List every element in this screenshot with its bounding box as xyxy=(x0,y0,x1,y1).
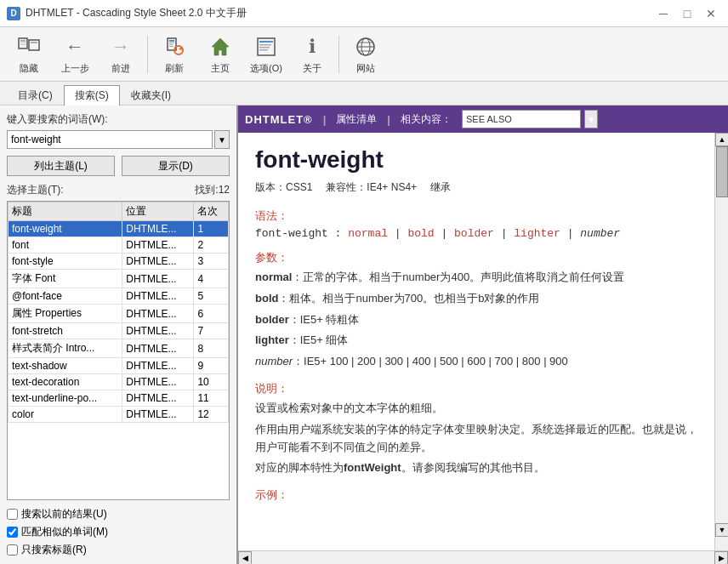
about-button[interactable]: ℹ 关于 xyxy=(290,31,334,77)
back-icon: ← xyxy=(61,33,88,60)
results-table: 标题 位置 名次 font-weightDHTMLE...1fontDHTMLE… xyxy=(7,201,230,500)
search-input[interactable] xyxy=(7,130,213,149)
forward-icon: → xyxy=(107,33,134,60)
table-row[interactable]: 样式表简介 Intro...DHTMLE...8 xyxy=(9,339,229,358)
table-row[interactable]: fontDHTMLE...2 xyxy=(9,237,229,254)
forward-button[interactable]: → 前进 xyxy=(99,31,143,77)
checkbox-prev-input[interactable] xyxy=(7,509,18,520)
col-title: 标题 xyxy=(9,202,122,221)
vertical-scrollbar: ▲ ▼ xyxy=(714,133,728,550)
refresh-button[interactable]: 刷新 xyxy=(152,31,196,77)
related-input[interactable] xyxy=(462,110,581,128)
action-buttons: 列出主题(L) 显示(D) xyxy=(7,156,230,176)
syntax-code: font-weight : normal | bold | bolder | l… xyxy=(255,227,697,240)
related-dropdown-button[interactable]: ▼ xyxy=(584,110,598,128)
toolbar-separator-1 xyxy=(147,36,148,73)
param-bold: bold：粗体。相当于number为700。也相当于b对象的作用 xyxy=(255,290,697,308)
kw-bold: bold xyxy=(407,227,434,240)
checkbox-title-only[interactable]: 只搜索标题(R) xyxy=(7,543,230,557)
close-button[interactable]: ✕ xyxy=(701,5,721,22)
scrollbar-down-button[interactable]: ▼ xyxy=(715,523,728,537)
search-checkboxes: 搜索以前的结果(U) 匹配相似的单词(M) 只搜索标题(R) xyxy=(7,507,230,557)
list-topics-button[interactable]: 列出主题(L) xyxy=(7,156,115,176)
h-scroll-right-button[interactable]: ▶ xyxy=(714,551,728,565)
svg-rect-9 xyxy=(169,44,173,45)
table-row[interactable]: font-stretchDHTMLE...7 xyxy=(9,323,229,339)
svg-rect-7 xyxy=(169,40,174,42)
search-keyword-label: 键入要搜索的词语(W): xyxy=(7,112,230,127)
table-row[interactable]: text-shadowDHTMLE...9 xyxy=(9,358,229,374)
scrollbar-thumb[interactable] xyxy=(716,146,728,197)
note-p1: 设置或检索对象中的文本字体的粗细。 xyxy=(255,400,697,418)
meta-compat: 兼容性：IE4+ NS4+ xyxy=(326,180,417,195)
table-row[interactable]: colorDHTMLE...12 xyxy=(9,407,229,423)
show-button[interactable]: 显示(D) xyxy=(122,156,230,176)
note-p2: 作用由用户端系统安装的字体的特定字体变里映射决定。系统选择最近的匹配。也就是说，… xyxy=(255,421,697,457)
table-row[interactable]: font-styleDHTMLE...3 xyxy=(9,254,229,270)
options-label: 选项(O) xyxy=(250,62,282,75)
hide-icon xyxy=(15,33,43,60)
content-title: font-weight xyxy=(255,146,697,174)
minimize-button[interactable]: ─ xyxy=(653,5,674,22)
section-params: 参数： normal：正常的字体。相当于number为400。声明此值将取消之前… xyxy=(255,250,697,371)
website-button[interactable]: 网站 xyxy=(344,31,388,77)
h-scroll-track xyxy=(252,551,714,564)
checkbox-similar-input[interactable] xyxy=(7,527,18,538)
hide-button[interactable]: 隐藏 xyxy=(7,31,51,77)
header-divider-2: | xyxy=(387,113,390,126)
svg-rect-2 xyxy=(20,43,26,43)
related-label: 相关内容： xyxy=(401,112,452,127)
checkbox-prev-label: 搜索以前的结果(U) xyxy=(21,507,107,521)
maximize-button[interactable]: □ xyxy=(677,5,697,22)
param-number: number：IE5+ 100 | 200 | 300 | 400 | 500 … xyxy=(255,353,697,371)
horizontal-scrollbar: ◀ ▶ xyxy=(238,550,728,564)
h-scroll-left-button[interactable]: ◀ xyxy=(238,551,252,565)
titlebar-title: DHTMLET - Cascading Style Sheet 2.0 中文手册 xyxy=(26,6,653,20)
brand-label: DHTMLET® xyxy=(245,113,313,126)
scrollbar-up-button[interactable]: ▲ xyxy=(715,133,728,146)
section-example: 示例： xyxy=(255,487,697,503)
right-content-wrapper: font-weight 版本：CSS1 兼容性：IE4+ NS4+ 继承 语法：… xyxy=(238,133,728,550)
col-location: 位置 xyxy=(122,202,194,221)
table-row[interactable]: 字体 FontDHTMLE...4 xyxy=(9,270,229,288)
home-button[interactable]: 主页 xyxy=(198,31,242,77)
about-label: 关于 xyxy=(303,62,321,75)
titlebar-controls: ─ □ ✕ xyxy=(653,5,721,22)
search-row: ▼ xyxy=(7,130,230,149)
options-button[interactable]: 选项(O) xyxy=(244,31,288,77)
tab-search[interactable]: 搜索(S) xyxy=(64,85,120,105)
home-icon xyxy=(207,33,234,60)
back-label: 上一步 xyxy=(61,62,89,75)
hide-label: 隐藏 xyxy=(20,62,38,75)
table-row[interactable]: font-weightDHTMLE...1 xyxy=(9,221,229,237)
table-row[interactable]: text-decorationDHTMLE...10 xyxy=(9,374,229,390)
tab-favorites[interactable]: 收藏夹(I) xyxy=(120,85,182,105)
note-p3: 对应的脚本特性为fontWeight。请参阅我编写的其他书目。 xyxy=(255,459,697,477)
main-layout: 键入要搜索的词语(W): ▼ 列出主题(L) 显示(D) 选择主题(T): 找到… xyxy=(0,105,728,564)
param-normal: normal：正常的字体。相当于number为400。声明此值将取消之前任何设置 xyxy=(255,269,697,287)
home-label: 主页 xyxy=(211,62,230,75)
table-row[interactable]: text-underline-po...DHTMLE...11 xyxy=(9,390,229,407)
svg-rect-15 xyxy=(259,41,273,43)
related-input-group: ▼ xyxy=(462,110,598,128)
content-area: font-weight 版本：CSS1 兼容性：IE4+ NS4+ 继承 语法：… xyxy=(238,133,714,527)
attr-list-label: 属性清单 xyxy=(336,112,377,127)
table-row[interactable]: 属性 PropertiesDHTMLE...6 xyxy=(9,305,229,323)
tab-contents[interactable]: 目录(C) xyxy=(7,85,64,105)
svg-rect-1 xyxy=(20,40,26,42)
svg-rect-18 xyxy=(259,49,268,51)
checkbox-similar[interactable]: 匹配相似的单词(M) xyxy=(7,525,230,539)
right-panel: DHTMLET® | 属性清单 | 相关内容： ▼ font-weight 版本… xyxy=(238,105,728,564)
right-header: DHTMLET® | 属性清单 | 相关内容： ▼ xyxy=(238,105,728,133)
params-title: 参数： xyxy=(255,250,697,265)
table-row[interactable]: @font-faceDHTMLE...5 xyxy=(9,288,229,305)
website-icon xyxy=(352,33,379,60)
syntax-title: 语法： xyxy=(255,208,697,224)
checkbox-title-only-input[interactable] xyxy=(7,544,18,555)
checkbox-prev[interactable]: 搜索以前的结果(U) xyxy=(7,507,230,521)
header-divider-1: | xyxy=(323,113,327,126)
content-meta: 版本：CSS1 兼容性：IE4+ NS4+ 继承 xyxy=(255,180,697,195)
kw-number: number xyxy=(580,227,620,240)
search-dropdown-button[interactable]: ▼ xyxy=(214,130,230,149)
back-button[interactable]: ← 上一步 xyxy=(53,31,97,77)
